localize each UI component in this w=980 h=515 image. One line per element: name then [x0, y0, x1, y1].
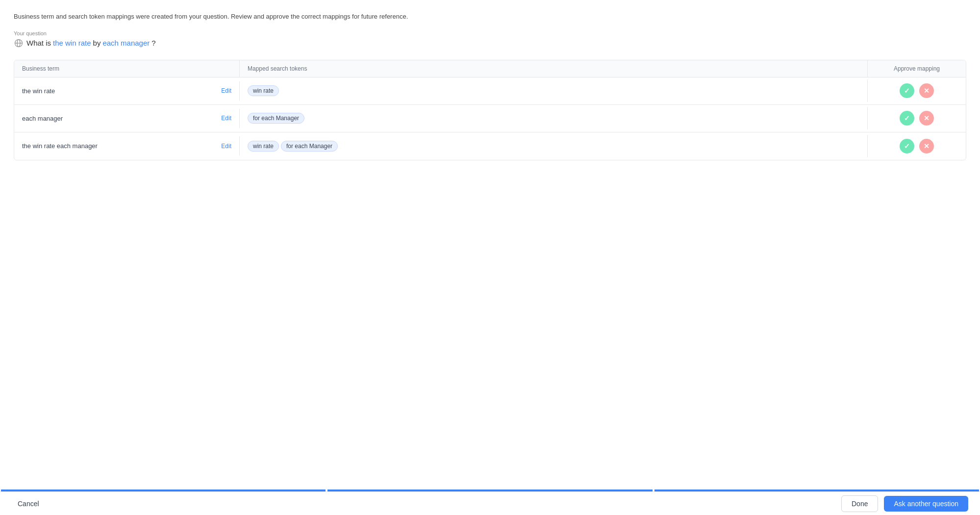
td-tokens-1: win rate	[240, 79, 868, 102]
term-text-2: each manager	[22, 115, 63, 122]
approve-actions-2: ✓ ✕	[900, 111, 934, 126]
header-approve: Approve mapping	[868, 60, 966, 77]
question-suffix: ?	[151, 39, 155, 47]
term-text-3: the win rate each manager	[22, 142, 98, 150]
done-button[interactable]: Done	[841, 495, 878, 512]
edit-link-1[interactable]: Edit	[221, 87, 231, 94]
token-pill-1-1: win rate	[248, 85, 279, 96]
token-pill-3-2: for each Manager	[281, 141, 338, 152]
approve-actions-1: ✓ ✕	[900, 83, 934, 98]
td-term-1: the win rate Edit	[14, 81, 240, 101]
token-pill-3-1: win rate	[248, 141, 279, 152]
td-term-2: each manager Edit	[14, 109, 240, 128]
td-approve-3: ✓ ✕	[868, 133, 966, 159]
td-term-3: the win rate each manager Edit	[14, 136, 240, 155]
td-approve-1: ✓ ✕	[868, 77, 966, 104]
header-tokens: Mapped search tokens	[240, 60, 868, 77]
cancel-button[interactable]: Cancel	[12, 497, 45, 511]
approve-x-3[interactable]: ✕	[919, 139, 934, 154]
mapping-table: Business term Mapped search tokens Appro…	[14, 60, 966, 160]
main-content: Business term and search token mappings …	[0, 0, 980, 160]
approve-x-1[interactable]: ✕	[919, 83, 934, 98]
question-term2: each manager	[102, 39, 150, 47]
td-tokens-2: for each Manager	[240, 107, 868, 129]
question-term1: the win rate	[53, 39, 91, 47]
table-row: each manager Edit for each Manager ✓ ✕	[14, 105, 966, 132]
td-approve-2: ✓ ✕	[868, 105, 966, 131]
header-term: Business term	[14, 60, 240, 77]
table-row: the win rate each manager Edit win rate …	[14, 132, 966, 160]
question-by: by	[93, 39, 101, 47]
td-tokens-3: win rate for each Manager	[240, 135, 868, 157]
footer-right: Done Ask another question	[841, 495, 968, 512]
notification-bar: Business term and search token mappings …	[14, 12, 966, 22]
globe-icon	[14, 38, 24, 48]
question-label: Your question	[14, 30, 966, 36]
approve-check-1[interactable]: ✓	[900, 83, 914, 98]
token-pill-2-1: for each Manager	[248, 113, 304, 124]
table-row: the win rate Edit win rate ✓ ✕	[14, 77, 966, 105]
question-prefix: What is	[26, 39, 51, 47]
table-header: Business term Mapped search tokens Appro…	[14, 60, 966, 77]
term-text-1: the win rate	[22, 87, 55, 95]
footer: Cancel Done Ask another question	[0, 491, 980, 515]
edit-link-2[interactable]: Edit	[221, 115, 231, 122]
approve-check-2[interactable]: ✓	[900, 111, 914, 126]
edit-link-3[interactable]: Edit	[221, 143, 231, 150]
question-row: What is the win rate by each manager ?	[14, 38, 966, 48]
ask-another-button[interactable]: Ask another question	[884, 496, 968, 512]
approve-actions-3: ✓ ✕	[900, 139, 934, 154]
question-text: What is the win rate by each manager ?	[26, 39, 156, 47]
approve-check-3[interactable]: ✓	[900, 139, 914, 154]
notification-text: Business term and search token mappings …	[14, 13, 408, 20]
approve-x-2[interactable]: ✕	[919, 111, 934, 126]
